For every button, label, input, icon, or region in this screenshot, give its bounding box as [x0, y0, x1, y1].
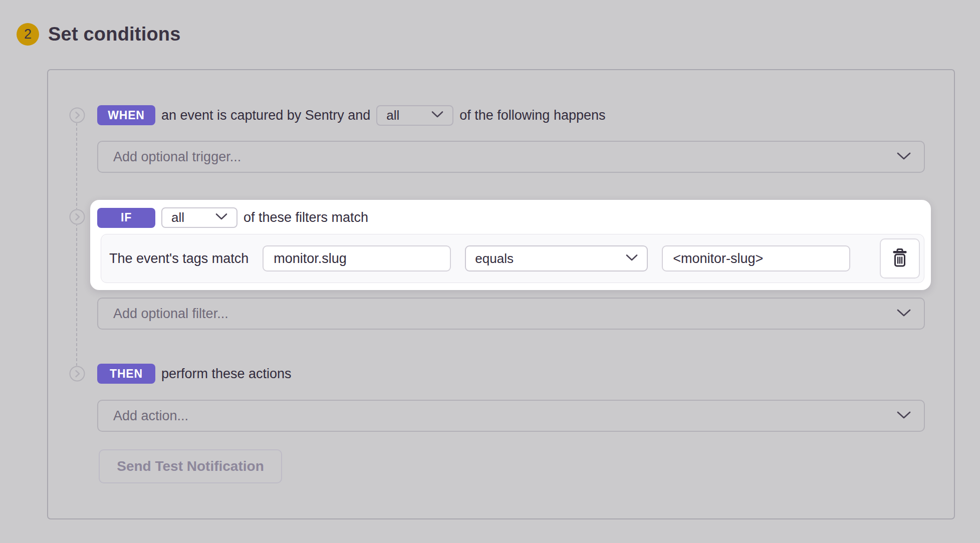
- send-test-notification-button[interactable]: Send Test Notification: [99, 449, 282, 483]
- when-match-select[interactable]: all: [376, 105, 453, 126]
- then-text-after: perform these actions: [161, 366, 292, 382]
- add-action-dropdown[interactable]: Add action...: [97, 400, 925, 432]
- tag-value-input[interactable]: [662, 245, 850, 272]
- chevron-down-icon: [431, 111, 443, 120]
- section-header: 2 Set conditions: [17, 23, 181, 46]
- page-title: Set conditions: [48, 24, 181, 45]
- then-row: THEN perform these actions: [97, 364, 292, 384]
- chevron-down-icon: [897, 411, 911, 421]
- add-trigger-dropdown[interactable]: Add optional trigger...: [97, 141, 925, 173]
- trash-icon: [891, 248, 908, 269]
- chevron-right-circle-icon: [69, 366, 85, 382]
- when-text-after: of the following happens: [459, 108, 605, 123]
- tag-key-input[interactable]: [263, 245, 451, 272]
- if-header-row: IF all of these filters match: [97, 207, 368, 228]
- chevron-right-circle-icon: [69, 107, 85, 123]
- chevron-down-icon: [626, 254, 638, 263]
- match-operator-select[interactable]: equals: [465, 245, 648, 272]
- if-match-select-value: all: [171, 210, 184, 225]
- if-match-select[interactable]: all: [161, 207, 237, 228]
- add-filter-dropdown[interactable]: Add optional filter...: [97, 298, 925, 330]
- if-badge: IF: [97, 208, 155, 228]
- delete-filter-button[interactable]: [880, 238, 920, 279]
- add-filter-placeholder: Add optional filter...: [113, 306, 228, 322]
- when-text-before: an event is captured by Sentry and: [161, 108, 370, 123]
- conditions-panel: WHEN an event is captured by Sentry and …: [47, 69, 955, 519]
- add-trigger-placeholder: Add optional trigger...: [113, 149, 241, 165]
- step-number-badge: 2: [17, 23, 39, 46]
- when-row: WHEN an event is captured by Sentry and …: [97, 105, 605, 125]
- then-badge: THEN: [97, 364, 155, 384]
- match-operator-value: equals: [475, 251, 514, 266]
- chevron-down-icon: [215, 213, 227, 222]
- filter-condition-row: The event's tags match equals: [101, 234, 924, 283]
- filter-condition-label: The event's tags match: [109, 251, 249, 266]
- add-action-placeholder: Add action...: [113, 408, 188, 424]
- step-connector-line: [76, 123, 77, 366]
- when-match-select-value: all: [386, 108, 399, 123]
- chevron-down-icon: [897, 309, 911, 319]
- when-badge: WHEN: [97, 105, 155, 125]
- if-text-after: of these filters match: [243, 210, 368, 225]
- chevron-down-icon: [897, 152, 911, 162]
- if-filter-card: IF all of these filters match The event'…: [90, 200, 931, 290]
- chevron-right-circle-icon: [69, 209, 85, 225]
